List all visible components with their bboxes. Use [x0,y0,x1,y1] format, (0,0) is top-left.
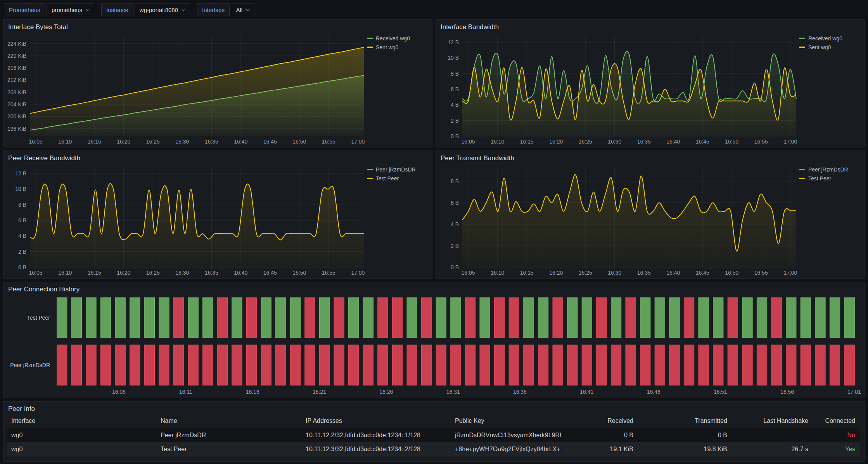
peer-connection-history-timeline[interactable]: Test PeerPeer jRzmDsDR16:0616:1116:1616:… [4,294,862,397]
state-bar[interactable] [422,345,432,385]
legend-item[interactable]: Sent wg0 [367,44,430,50]
state-bar[interactable] [436,345,446,385]
var-select-prometheus[interactable]: prometheus [47,3,94,16]
interface-bandwidth-chart[interactable]: 12 B10 B8 B6 B4 B2 B0 B16:0516:1016:1516… [437,32,799,146]
state-bar[interactable] [830,298,840,338]
state-bar[interactable] [159,345,169,385]
state-bar[interactable] [582,345,592,385]
state-bar[interactable] [188,345,198,385]
state-bar[interactable] [509,345,519,385]
state-bar[interactable] [57,298,67,338]
state-bar[interactable] [276,298,286,338]
state-bar[interactable] [188,298,198,338]
state-bar[interactable] [597,345,607,385]
state-bar[interactable] [144,298,154,338]
state-bar[interactable] [844,345,854,385]
state-bar[interactable] [86,345,96,385]
state-bar[interactable] [246,345,256,385]
state-bar[interactable] [757,345,767,385]
state-bar[interactable] [669,298,680,338]
state-bar[interactable] [100,298,111,338]
state-bar[interactable] [451,298,461,338]
state-bar[interactable] [509,298,519,338]
state-bar[interactable] [655,298,665,338]
state-bar[interactable] [742,345,752,385]
state-bar[interactable] [407,345,417,385]
state-bar[interactable] [611,298,621,338]
state-bar[interactable] [378,298,388,338]
state-bar[interactable] [363,345,373,385]
state-bar[interactable] [495,298,505,338]
state-bar[interactable] [597,298,607,338]
state-bar[interactable] [246,298,256,338]
state-bar[interactable] [801,345,811,385]
state-bar[interactable] [71,298,81,338]
state-bar[interactable] [334,345,344,385]
state-bar[interactable] [728,345,738,385]
table-header-cell[interactable]: Last Handshake [732,417,813,424]
state-bar[interactable] [728,298,738,338]
state-bar[interactable] [640,298,650,338]
state-bar[interactable] [786,298,796,338]
state-bar[interactable] [290,298,300,338]
table-header-cell[interactable]: Name [156,417,301,424]
state-bar[interactable] [261,345,271,385]
state-bar[interactable] [407,298,417,338]
state-bar[interactable] [465,345,475,385]
state-bar[interactable] [830,345,840,385]
panel-title[interactable]: Peer Connection History [3,282,865,294]
state-bar[interactable] [130,298,140,338]
state-bar[interactable] [742,298,752,338]
panel-title[interactable]: Peer Receive Bandwidth [3,151,432,163]
state-bar[interactable] [392,298,402,338]
state-bar[interactable] [567,345,578,385]
legend-item[interactable]: Sent wg0 [799,44,862,50]
state-bar[interactable] [57,345,67,385]
var-label-prometheus[interactable]: Prometheus [4,3,45,16]
state-bar[interactable] [276,345,286,385]
state-bar[interactable] [655,345,665,385]
state-bar[interactable] [217,345,227,385]
state-bar[interactable] [626,298,636,338]
legend-item[interactable]: Received wg0 [367,35,430,42]
state-bar[interactable] [699,345,709,385]
state-bar[interactable] [626,345,636,385]
state-bar[interactable] [349,298,359,338]
state-bar[interactable] [305,345,315,385]
state-bar[interactable] [290,345,300,385]
state-bar[interactable] [451,345,461,385]
state-bar[interactable] [115,298,125,338]
state-bar[interactable] [378,345,388,385]
state-bar[interactable] [203,345,213,385]
peer-transmit-bandwidth-chart[interactable]: 8 B6 B4 B2 B0 B16:0516:1016:1516:2016:25… [437,163,799,277]
var-select-interface[interactable]: All [231,3,254,16]
state-bar[interactable] [436,298,446,338]
state-bar[interactable] [801,298,811,338]
state-bar[interactable] [334,298,344,338]
state-bar[interactable] [261,298,271,338]
table-header-cell[interactable]: Connected [813,417,860,424]
state-bar[interactable] [684,298,694,338]
state-bar[interactable] [86,298,96,338]
var-select-instance[interactable]: wg-portal:8080 [135,3,190,16]
state-bar[interactable] [757,298,767,338]
panel-title[interactable]: Interface Bytes Total [3,20,432,32]
state-bar[interactable] [611,345,621,385]
state-bar[interactable] [173,298,183,338]
state-bar[interactable] [495,345,505,385]
table-header-cell[interactable]: IP Addresses [301,417,450,424]
state-bar[interactable] [203,298,213,338]
legend-item[interactable]: Peer jRzmDsDR [367,166,430,173]
state-bar[interactable] [232,298,242,338]
table-header-cell[interactable]: Interface [7,417,156,424]
state-bar[interactable] [71,345,81,385]
table-header-cell[interactable]: Public Key [450,417,561,424]
var-label-interface[interactable]: Interface [197,3,230,16]
state-bar[interactable] [815,345,825,385]
state-bar[interactable] [422,298,432,338]
state-bar[interactable] [553,345,563,385]
state-bar[interactable] [115,345,125,385]
state-bar[interactable] [844,298,854,338]
legend-item[interactable]: Test Peer [367,175,430,182]
state-bar[interactable] [524,298,534,338]
